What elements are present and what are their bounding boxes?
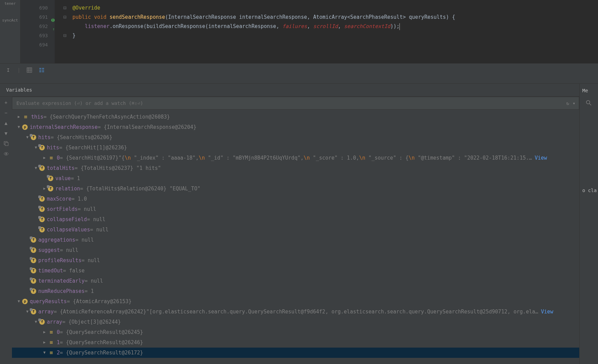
field-icon: f bbox=[31, 268, 36, 273]
expand-icon[interactable]: ▶ bbox=[41, 337, 48, 348]
view-link[interactable]: View bbox=[541, 307, 553, 317]
svg-rect-0 bbox=[27, 68, 32, 72]
tree-row-suggest[interactable]: f suggest = null bbox=[12, 245, 579, 255]
code-line: ⊟ listener.onResponse(buildSearchRespons… bbox=[63, 22, 598, 31]
toolbar-item-2[interactable]: syncAct bbox=[0, 17, 20, 24]
side-toolbar: + − ▲ ▼ bbox=[0, 97, 12, 364]
field-icon: f bbox=[39, 165, 45, 171]
field-icon: f bbox=[31, 258, 36, 263]
code-content[interactable]: ⊟ @Override ⊟ public void sendSearchResp… bbox=[55, 0, 598, 63]
dropdown-icon[interactable]: ▾ bbox=[573, 100, 575, 106]
override-gutter-icon[interactable]: I↑ bbox=[50, 15, 55, 20]
tree-row-profileResults[interactable]: f profileResults = null bbox=[12, 255, 579, 266]
code-line bbox=[63, 40, 598, 50]
tree-row-hits[interactable]: ▼ f hits = {SearchHits@26206} bbox=[12, 132, 579, 143]
tree-row-array-inner[interactable]: ▼ f array = {Object[3]@26244} bbox=[12, 317, 579, 327]
add-icon[interactable]: + bbox=[3, 99, 9, 106]
stack-icon: ≡ bbox=[48, 329, 55, 335]
svg-rect-9 bbox=[39, 71, 41, 72]
grid-icon[interactable] bbox=[26, 67, 32, 73]
tree-row-array-1[interactable]: ▶ ≡ 1 = {QuerySearchResult@26246} bbox=[12, 337, 579, 348]
field-icon: f bbox=[31, 309, 36, 314]
svg-rect-8 bbox=[42, 70, 44, 70]
expand-icon[interactable]: ▶ bbox=[41, 153, 48, 163]
tree-row-maxScore[interactable]: f maxScore = 1.0 bbox=[12, 194, 579, 204]
copy-icon[interactable] bbox=[3, 140, 9, 147]
tree-row-terminatedEarly[interactable]: f terminatedEarly = null bbox=[12, 276, 579, 286]
right-panel: Me o cla bbox=[579, 84, 598, 364]
tree-row-array-2[interactable]: ▼ ≡ 2 = {QuerySearchResult@26172} bbox=[12, 348, 579, 358]
collapse-icon[interactable]: ▼ bbox=[15, 122, 22, 132]
tree-row-aggregations[interactable]: f aggregations = null bbox=[12, 235, 579, 245]
up-icon[interactable]: ▲ bbox=[3, 120, 9, 126]
line-gutter: 690 691 I↑ 692 693 694 bbox=[21, 0, 55, 63]
tree-row-collapseValues[interactable]: f collapseValues = null bbox=[12, 225, 579, 235]
tree-row-this[interactable]: ▶ ≡ this = {SearchQueryThenFetchAsyncAct… bbox=[12, 112, 579, 122]
svg-line-16 bbox=[589, 104, 591, 105]
right-panel-label: Me bbox=[580, 88, 598, 93]
watch-placeholder: Evaluate expression (⏎) or add a watch (… bbox=[16, 100, 143, 106]
toolbar-item-1[interactable]: tener bbox=[0, 0, 20, 7]
evaluate-expression-input[interactable]: Evaluate expression (⏎) or add a watch (… bbox=[12, 97, 579, 110]
field-icon: f bbox=[31, 247, 36, 253]
field-icon: f bbox=[31, 288, 36, 294]
tree-row-sortFields[interactable]: f sortFields = null bbox=[12, 204, 579, 214]
field-icon: f bbox=[39, 206, 45, 212]
field-icon: f bbox=[48, 176, 53, 181]
watch-icon[interactable] bbox=[3, 151, 9, 157]
settings-icon[interactable] bbox=[39, 67, 45, 73]
tree-row-numReducePhases[interactable]: f numReducePhases = 1 bbox=[12, 286, 579, 296]
tree-row-timedOut[interactable]: f timedOut = false bbox=[12, 266, 579, 276]
field-icon: f bbox=[39, 196, 45, 202]
tree-row-collapseField[interactable]: f collapseField = null bbox=[12, 214, 579, 225]
stack-icon: ≡ bbox=[22, 114, 29, 120]
svg-rect-5 bbox=[39, 68, 41, 69]
history-icon[interactable]: ↻ bbox=[566, 100, 569, 106]
code-line: ⊟ } bbox=[63, 31, 598, 40]
stack-icon: ≡ bbox=[48, 155, 55, 161]
tree-row-array-0[interactable]: ▶ ≡ 0 = {QuerySearchResult@26245} bbox=[12, 327, 579, 337]
field-icon: f bbox=[39, 217, 45, 222]
line-number: 693 bbox=[21, 31, 55, 40]
expand-icon[interactable]: ▶ bbox=[41, 327, 48, 337]
tree-row-hits-inner[interactable]: ▼ f hits = {SearchHit[1]@26236} bbox=[12, 143, 579, 153]
tree-row-array[interactable]: ▼ f array = {AtomicReferenceArray@26242}… bbox=[12, 307, 579, 317]
panel-toolbar: I | bbox=[0, 64, 598, 77]
param-icon: p bbox=[22, 124, 28, 130]
right-panel-text: o cla bbox=[580, 188, 598, 193]
tree-row-value[interactable]: f value = 1 bbox=[12, 173, 579, 184]
line-number: 694 bbox=[21, 40, 55, 50]
view-link[interactable]: View bbox=[535, 153, 547, 163]
tree-row-relation[interactable]: ▶ f relation = {TotalHits$Relation@26240… bbox=[12, 184, 579, 194]
tree-row-hit-0[interactable]: ▶ ≡ 0 = {SearchHit@26197} "{\n "_index" … bbox=[12, 153, 579, 163]
field-icon: f bbox=[48, 186, 53, 191]
variables-tree[interactable]: ▶ ≡ this = {SearchQueryThenFetchAsyncAct… bbox=[12, 110, 579, 364]
collapse-icon[interactable]: ▼ bbox=[41, 348, 48, 358]
remove-icon[interactable]: − bbox=[3, 110, 9, 116]
stack-icon: ≡ bbox=[48, 339, 55, 346]
code-line: ⊟ @Override bbox=[63, 3, 598, 13]
svg-rect-10 bbox=[42, 71, 44, 72]
svg-point-15 bbox=[586, 100, 590, 104]
cursor-icon[interactable]: I bbox=[5, 67, 11, 73]
field-icon: f bbox=[31, 135, 36, 140]
param-icon: p bbox=[22, 299, 28, 304]
tree-row-internalSearchResponse[interactable]: ▼ p internalSearchResponse = {InternalSe… bbox=[12, 122, 579, 132]
collapse-icon[interactable]: ▼ bbox=[15, 296, 22, 307]
tree-row-queryResults[interactable]: ▼ p queryResults = {AtomicArray@26153} bbox=[12, 296, 579, 307]
code-editor[interactable]: 690 691 I↑ 692 693 694 ⊟ @Override ⊟ pub… bbox=[21, 0, 598, 63]
panel-divider: I | bbox=[0, 63, 598, 84]
svg-point-14 bbox=[5, 153, 7, 154]
search-icon[interactable] bbox=[580, 100, 598, 106]
svg-rect-7 bbox=[39, 70, 41, 70]
svg-rect-12 bbox=[5, 143, 8, 146]
variables-label: Variables bbox=[6, 87, 32, 93]
code-line: ⊟ public void sendSearchResponse(Interna… bbox=[63, 13, 598, 22]
stack-icon: ≡ bbox=[48, 350, 55, 356]
expand-icon[interactable]: ▶ bbox=[15, 112, 22, 122]
tree-row-totalHits[interactable]: ▼ f totalHits = {TotalHits@26237} "1 hit… bbox=[12, 163, 579, 173]
svg-rect-6 bbox=[42, 68, 44, 69]
down-icon[interactable]: ▼ bbox=[3, 130, 9, 136]
field-icon: f bbox=[31, 237, 36, 243]
field-icon: f bbox=[31, 278, 36, 284]
